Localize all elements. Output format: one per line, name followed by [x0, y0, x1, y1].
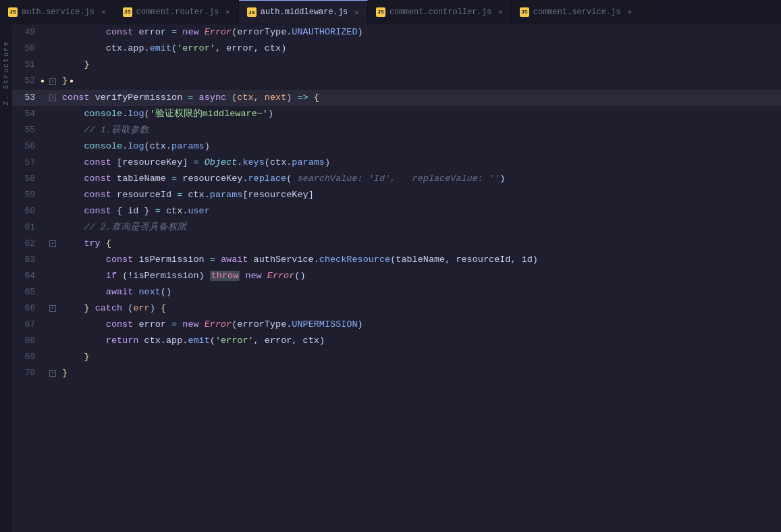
tab-close-auth-service[interactable]: ✕ — [101, 7, 106, 16]
line-gutter-51 — [46, 57, 59, 73]
line-number-51: 51 — [12, 57, 46, 73]
line-gutter-64 — [46, 268, 59, 284]
line-gutter-54 — [46, 106, 59, 122]
tab-close-auth-middleware[interactable]: ✕ — [354, 8, 359, 17]
line-gutter-53: ▾ — [46, 90, 59, 106]
code-line-52: 52 ▾ }● — [12, 73, 781, 90]
code-line-55: 55 // 1.获取参数 — [12, 122, 781, 138]
line-number-66: 66 — [12, 300, 46, 317]
line-content-69: } — [59, 349, 781, 365]
fold-icon-62[interactable]: ▾ — [49, 240, 56, 247]
line-content-63: const isPermission = await authService.c… — [59, 252, 781, 268]
tab-comment-service[interactable]: JS comment.service.js ✕ — [512, 0, 641, 24]
line-gutter-67 — [46, 317, 59, 333]
tab-icon-comment-router: JS — [123, 7, 132, 17]
code-line-70: 70 ▾ } — [12, 365, 781, 381]
line-number-55: 55 — [12, 122, 46, 138]
line-gutter-50 — [46, 41, 59, 57]
line-content-52: }● — [59, 73, 781, 90]
code-line-60: 60 const { id } = ctx.user — [12, 203, 781, 219]
line-gutter-68 — [46, 333, 59, 349]
code-line-67: 67 const error = new Error(errorType.UNP… — [12, 317, 781, 333]
line-content-68: return ctx.app.emit('error', error, ctx) — [59, 333, 781, 349]
tab-label-comment-service: comment.service.js — [533, 7, 621, 17]
fold-icon-66[interactable]: ▾ — [49, 305, 56, 312]
line-content-50: ctx.app.emit('error', error, ctx) — [59, 41, 781, 57]
line-gutter-57 — [46, 155, 59, 171]
tab-close-comment-service[interactable]: ✕ — [627, 7, 632, 16]
line-number-49: 49 — [12, 24, 46, 41]
line-number-70: 70 — [12, 365, 46, 381]
line-content-64: if (!isPermission) throw new Error() — [59, 268, 781, 284]
line-number-50: 50 — [12, 41, 46, 57]
fold-icon-53[interactable]: ▾ — [49, 95, 56, 101]
line-number-60: 60 — [12, 203, 46, 219]
line-content-57: const [resourceKey] = Object.keys(ctx.pa… — [59, 155, 781, 171]
structure-panel: Z. Structure — [0, 24, 12, 532]
code-line-51: 51 } — [12, 57, 781, 73]
line-number-61: 61 — [12, 219, 46, 236]
line-gutter-70: ▾ — [46, 365, 59, 381]
line-gutter-65 — [46, 284, 59, 300]
line-content-58: const tableName = resourceKey.replace( s… — [59, 171, 781, 187]
code-line-68: 68 return ctx.app.emit('error', error, c… — [12, 333, 781, 349]
tab-label-auth-middleware: auth.middleware.js — [261, 7, 348, 17]
tab-close-comment-router[interactable]: ✕ — [225, 7, 230, 16]
tab-auth-middleware[interactable]: JS auth.middleware.js ✕ — [239, 0, 368, 24]
tab-auth-service[interactable]: JS auth.service.js ✕ — [0, 0, 115, 24]
tab-label-comment-controller: comment.controller.js — [389, 7, 491, 17]
tab-icon-auth-service: JS — [8, 7, 18, 17]
line-gutter-56 — [46, 138, 59, 155]
code-line-61: 61 // 2.查询是否具备权限 — [12, 219, 781, 236]
line-number-63: 63 — [12, 252, 46, 268]
code-line-69: 69 } — [12, 349, 781, 365]
code-lines: 49 const error = new Error(errorType.UNA… — [12, 24, 781, 381]
tab-comment-controller[interactable]: JS comment.controller.js ✕ — [368, 0, 512, 24]
line-content-60: const { id } = ctx.user — [59, 203, 781, 219]
line-number-54: 54 — [12, 106, 46, 122]
line-content-66: } catch (err) { — [59, 300, 781, 317]
line-gutter-58 — [46, 171, 59, 187]
code-line-59: 59 const resourceId = ctx.params[resourc… — [12, 187, 781, 203]
code-area[interactable]: 49 const error = new Error(errorType.UNA… — [12, 24, 781, 532]
editor: Z. Structure 49 const error = new Error(… — [0, 24, 781, 532]
line-content-51: } — [59, 57, 781, 73]
line-gutter-66: ▾ — [46, 300, 59, 317]
tab-icon-comment-service: JS — [520, 7, 529, 17]
line-number-56: 56 — [12, 138, 46, 155]
tab-bar: JS auth.service.js ✕ JS comment.router.j… — [0, 0, 781, 24]
tab-comment-router[interactable]: JS comment.router.js ✕ — [115, 0, 239, 24]
tab-icon-comment-controller: JS — [376, 7, 385, 17]
code-line-58: 58 const tableName = resourceKey.replace… — [12, 171, 781, 187]
line-number-52: 52 — [12, 73, 46, 90]
line-gutter-69 — [46, 349, 59, 365]
line-gutter-59 — [46, 187, 59, 203]
line-number-59: 59 — [12, 187, 46, 203]
code-line-62: 62 ▾ try { — [12, 236, 781, 252]
code-line-57: 57 const [resourceKey] = Object.keys(ctx… — [12, 155, 781, 171]
line-gutter-52: ▾ — [46, 73, 59, 90]
line-number-64: 64 — [12, 268, 46, 284]
line-content-49: const error = new Error(errorType.UNAUTH… — [59, 24, 781, 41]
line-gutter-60 — [46, 203, 59, 219]
code-line-66: 66 ▾ } catch (err) { — [12, 300, 781, 317]
tab-label-comment-router: comment.router.js — [136, 7, 219, 17]
line-number-62: 62 — [12, 236, 46, 252]
code-line-65: 65 await next() — [12, 284, 781, 300]
line-number-69: 69 — [12, 349, 46, 365]
fold-icon-70[interactable]: ▾ — [49, 370, 56, 377]
line-content-62: try { — [59, 236, 781, 252]
tab-icon-auth-middleware: JS — [247, 7, 257, 17]
line-number-68: 68 — [12, 333, 46, 349]
tab-close-comment-controller[interactable]: ✕ — [498, 7, 503, 16]
code-line-49: 49 const error = new Error(errorType.UNA… — [12, 24, 781, 41]
structure-label: Z. Structure — [3, 41, 10, 105]
line-content-59: const resourceId = ctx.params[resourceKe… — [59, 187, 781, 203]
line-number-65: 65 — [12, 284, 46, 300]
fold-icon-52[interactable]: ▾ — [49, 78, 56, 85]
code-line-54: 54 console.log('验证权限的middleware~') — [12, 106, 781, 122]
line-content-70: } — [59, 365, 781, 381]
code-line-63: 63 const isPermission = await authServic… — [12, 252, 781, 268]
code-line-56: 56 console.log(ctx.params) — [12, 138, 781, 155]
line-gutter-55 — [46, 122, 59, 138]
